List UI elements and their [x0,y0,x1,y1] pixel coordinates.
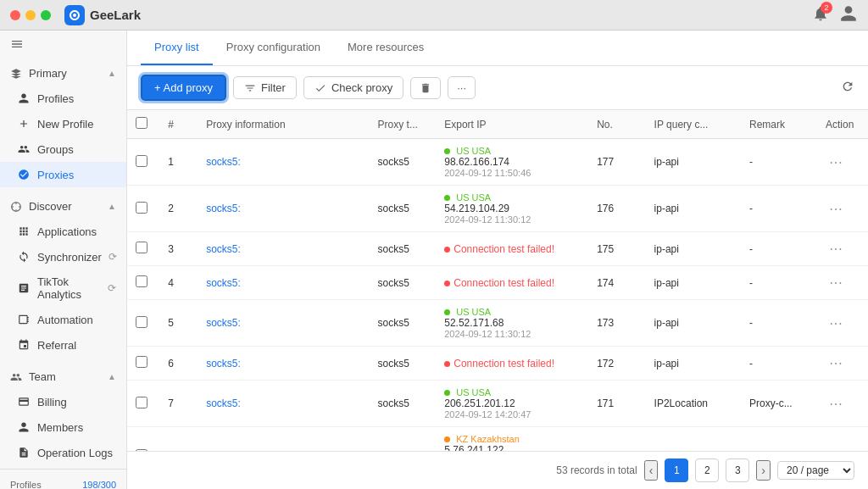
col-header-num: # [159,110,198,139]
prev-page-button[interactable]: ‹ [644,460,659,481]
row-action: ⋯ [817,186,868,232]
sidebar-section-primary-header[interactable]: Primary ▲ [0,61,126,86]
sidebar-item-profiles[interactable]: Profiles [0,86,126,111]
page-2-button[interactable]: 2 [695,458,719,482]
row-checkbox-cell [127,232,159,266]
next-page-button[interactable]: › [756,460,771,481]
logo-area: GeeLark [64,5,141,25]
sidebar-item-referral[interactable]: Referral [0,332,126,358]
sidebar-item-applications[interactable]: Applications [0,219,126,244]
page-3-button[interactable]: 3 [726,458,749,482]
row-proxy-info: socks5: [198,139,369,186]
refresh-button[interactable] [841,80,854,97]
row-checkbox[interactable] [136,155,147,167]
col-header-no: No. [588,110,645,139]
applications-icon [17,225,31,238]
row-num: 6 [159,347,198,381]
sidebar-item-members[interactable]: Members [0,414,126,440]
row-action-button[interactable]: ⋯ [826,394,846,414]
minimize-button[interactable] [25,10,36,20]
row-checkbox[interactable] [136,202,147,214]
row-action-button[interactable]: ⋯ [826,153,846,172]
sidebar-item-tiktok-analytics[interactable]: TikTok Analytics ⟳ [0,270,126,307]
row-num: 4 [159,266,198,300]
row-action-button[interactable]: ⋯ [826,273,846,292]
close-button[interactable] [10,10,20,20]
row-no: 173 [588,300,645,347]
more-button[interactable]: ··· [448,76,476,99]
page-1-button[interactable]: 1 [665,458,688,482]
notification-badge: 2 [821,2,832,14]
row-remark: - [741,139,817,186]
row-no: 175 [588,232,645,266]
sidebar-toggle[interactable] [0,31,126,58]
check-proxy-button[interactable]: Check proxy [303,76,403,99]
sidebar-section-discover-header[interactable]: Discover ▲ [0,194,126,219]
user-avatar[interactable] [839,4,858,25]
row-ip-query: IP2Location [646,381,741,427]
filter-button[interactable]: Filter [233,76,297,99]
sidebar-item-groups[interactable]: Groups [0,136,126,162]
new-profile-label: New Profile [37,118,93,131]
row-proxy-type: socks5 [370,186,437,232]
notification-button[interactable]: 2 [812,5,829,25]
groups-icon [17,142,31,156]
row-checkbox[interactable] [136,397,147,408]
sidebar-item-proxies[interactable]: Proxies [0,162,126,187]
sidebar: Primary ▲ Profiles New Profile [0,31,127,489]
content-area: Proxy list Proxy configuration More reso… [127,31,868,489]
row-export-ip: US USA 52.52.171.68 2024-09-12 11:30:12 [436,300,588,347]
table-row: 1 socks5: socks5 US USA 98.62.166.174 20… [127,139,868,186]
row-export-ip: US USA 98.62.166.174 2024-09-12 11:50:46 [436,139,588,186]
tab-proxy-list[interactable]: Proxy list [141,31,213,65]
add-proxy-button[interactable]: + Add proxy [141,75,226,101]
delete-button[interactable] [410,77,441,99]
row-ip-query: ip-api [646,266,741,300]
maximize-button[interactable] [41,10,51,20]
sidebar-item-automation[interactable]: Automation [0,307,126,332]
row-action: ⋯ [817,381,868,427]
tab-proxy-configuration[interactable]: Proxy configuration [213,31,334,65]
per-page-select[interactable]: 20 / page 50 / page 100 / page [777,461,854,480]
sidebar-item-synchronizer[interactable]: Synchronizer ⟳ [0,244,126,270]
profiles-usage-label: Profiles [10,480,42,489]
toolbar: + Add proxy Filter Check proxy ··· [127,66,868,110]
row-action-button[interactable]: ⋯ [826,353,846,373]
table-row: 4 socks5: socks5 Connection test failed!… [127,266,868,300]
primary-label: Primary [29,67,67,80]
proxies-label: Proxies [37,169,74,181]
row-num: 3 [159,232,198,266]
user-icon [839,4,858,23]
row-checkbox[interactable] [136,275,147,287]
row-action-button[interactable]: ⋯ [826,239,846,258]
col-header-export-ip: Export IP [436,110,588,139]
tab-more-resources[interactable]: More resources [334,31,437,65]
row-no: 176 [588,186,645,232]
row-remark: - [741,266,817,300]
row-no: 170 [588,427,645,452]
sidebar-item-billing[interactable]: Billing [0,389,126,414]
sidebar-item-new-profile[interactable]: New Profile [0,111,126,136]
profiles-label: Profiles [37,92,74,105]
row-checkbox[interactable] [136,316,147,328]
row-num: 5 [159,300,198,347]
sidebar-item-operation-logs[interactable]: Operation Logs [0,440,126,465]
row-proxy-type: socks5 [370,347,437,381]
tiktok-badge: ⟳ [108,282,116,294]
row-checkbox-cell [127,427,159,452]
select-all-checkbox[interactable] [136,117,147,129]
proxy-table: # Proxy information Proxy t... Export IP [127,110,868,451]
row-export-ip: US USA 206.251.201.12 2024-09-12 14:20:4… [436,381,588,427]
row-action-button[interactable]: ⋯ [826,199,846,219]
row-proxy-info: socks5: [198,186,369,232]
row-num: 7 [159,381,198,427]
row-checkbox[interactable] [136,356,147,368]
row-action: ⋯ [817,232,868,266]
sidebar-section-team-header[interactable]: Team ▲ [0,364,126,389]
members-icon [17,420,31,434]
row-action-button[interactable]: ⋯ [826,314,846,333]
members-label: Members [37,421,83,434]
check-proxy-icon [314,82,326,94]
row-checkbox[interactable] [136,242,147,253]
tiktok-label: TikTok Analytics [37,275,101,301]
